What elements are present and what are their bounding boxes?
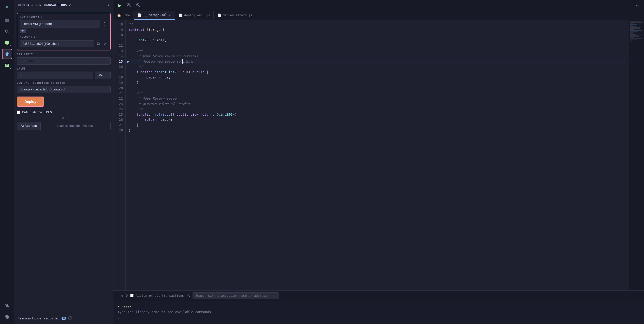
vm-badge: VM — [20, 29, 26, 33]
console-toolbar: ⌄ ⊘ 0 listen on all transactions — [113, 291, 644, 301]
unit-select[interactable]: Wei Gwei Finney Ether — [95, 72, 111, 79]
code-line-16: */ — [129, 64, 626, 70]
code-line-17: function store(uint256 num) public { — [129, 70, 626, 75]
sidebar: ◎ — [0, 0, 14, 324]
code-line-14: * @dev Store value in variable — [129, 54, 626, 59]
transactions-count: 0 — [62, 317, 66, 320]
code-line-11: uint256 number; — [129, 38, 626, 43]
console-area: ⌄ ⊘ 0 listen on all transactions • remix… — [113, 290, 644, 324]
info-icon[interactable]: ⓘ — [68, 316, 72, 320]
line-numbers: 8 9 10 11 12 13 14 15 16 17 18 19 20 21 … — [113, 20, 126, 290]
publish-label: Publish to IPFS — [22, 110, 52, 114]
svg-rect-2 — [5, 21, 9, 22]
console-output: • remix Type the library name to see ava… — [113, 301, 644, 324]
zoom-out-button[interactable] — [134, 2, 141, 9]
load-contract-button[interactable]: Load contract from Address — [41, 122, 111, 130]
console-search-input[interactable] — [193, 292, 279, 299]
zoom-in-button[interactable] — [125, 2, 132, 9]
code-line-15: * @param num value to store — [129, 59, 626, 64]
value-input[interactable] — [17, 72, 93, 79]
tab-home[interactable]: 🏠 Home — [113, 11, 134, 19]
deploy-button[interactable]: Deploy — [17, 97, 44, 107]
svg-line-15 — [139, 6, 140, 7]
value-row-container: VALUE Wei Gwei Finney Ether — [17, 67, 111, 79]
svg-point-3 — [5, 30, 8, 32]
run-button[interactable]: ▶ — [116, 2, 123, 9]
tab-storage[interactable]: 📄 1_Storage.sol ✕ — [134, 11, 175, 20]
code-line-18: number = num; — [129, 75, 626, 80]
code-line-25: function retrieve() public view returns … — [129, 112, 626, 117]
search-icon[interactable] — [2, 26, 12, 37]
code-line-12 — [129, 43, 626, 48]
transactions-expand-icon[interactable]: › — [108, 316, 110, 320]
tab-web3-label: deploy_web3.js — [184, 14, 210, 17]
code-line-22: * @dev Return value — [129, 96, 626, 101]
panel-title-text: DEPLOY & RUN TRANSACTIONS — [18, 3, 67, 7]
publish-checkbox[interactable] — [17, 111, 20, 114]
deploy-icon[interactable] — [2, 49, 12, 59]
environment-select[interactable]: Remix VM (London) — [20, 20, 100, 28]
at-address-button[interactable]: At Address — [17, 122, 41, 130]
left-panel: DEPLOY & RUN TRANSACTIONS ✓ › ENVIRONMEN… — [14, 0, 113, 324]
files-icon[interactable] — [2, 15, 12, 25]
transactions-row[interactable]: Transactions recorded 0 ⓘ › — [14, 312, 113, 324]
copy-account-btn[interactable]: ⧉ — [96, 40, 101, 47]
console-line-help: Type the library name to see available c… — [118, 309, 640, 315]
svg-rect-1 — [7, 19, 9, 21]
contract-select[interactable]: Storage - contracts/1_Storage.sol — [17, 86, 111, 93]
transactions-label: Transactions recorded 0 ⓘ — [18, 316, 72, 320]
expand-button[interactable]: ⇔ — [635, 2, 641, 9]
add-account-icon[interactable]: ⊕ — [34, 35, 36, 38]
external-link-btn[interactable]: ↗ — [102, 40, 108, 47]
or-divider: OR — [17, 116, 111, 120]
panel-title: DEPLOY & RUN TRANSACTIONS ✓ — [18, 3, 71, 7]
editor-area: 8 9 10 11 12 13 14 15 16 17 18 19 20 21 … — [113, 20, 644, 290]
storage-tab-icon: 📄 — [137, 13, 141, 17]
code-line-19: } — [129, 80, 626, 86]
console-expand-icon[interactable]: ⌄ — [116, 294, 119, 298]
environment-box: ENVIRONMENT ▽ Remix VM (London) ⋮ VM ACC… — [17, 13, 111, 50]
account-label: ACCOUNT ⊕ — [20, 35, 108, 38]
tab-home-label: Home — [123, 14, 130, 17]
tab-storage-close[interactable]: ✕ — [168, 13, 171, 17]
search-console-icon[interactable] — [186, 293, 190, 298]
code-line-10 — [129, 33, 626, 38]
web3-tab-icon: 📄 — [179, 14, 183, 17]
toolbar: ▶ ⇔ — [113, 0, 644, 11]
code-line-26: return number; — [129, 117, 626, 123]
console-stop-icon[interactable]: ⊘ — [121, 294, 123, 298]
at-address-row: At Address Load contract from Address — [17, 122, 111, 130]
gas-limit-section: GAS LIMIT VALUE Wei Gwei Finney Ether — [14, 53, 113, 132]
tabs-bar: 🏠 Home 📄 1_Storage.sol ✕ 📄 deploy_web3.j… — [113, 11, 644, 20]
logo-icon[interactable]: ◎ — [2, 2, 12, 12]
code-line-21: /** — [129, 91, 626, 96]
panel-expand-icon[interactable]: › — [108, 3, 110, 7]
tab-deploy-ethers[interactable]: 📄 deploy_ethers.js — [214, 11, 256, 19]
svg-point-17 — [187, 294, 189, 296]
code-line-24: */ — [129, 107, 626, 112]
tab-deploy-web3[interactable]: 📄 deploy_web3.js — [175, 11, 214, 19]
value-input-row: Wei Gwei Finney Ether — [17, 72, 111, 79]
listen-label: listen on all transactions — [136, 294, 184, 298]
contract-row: CONTRACT (Compiled by Remix) Storage - c… — [17, 82, 111, 93]
tools-icon[interactable] — [2, 301, 12, 311]
compile-icon[interactable] — [2, 38, 12, 48]
environment-more-btn[interactable]: ⋮ — [101, 20, 108, 27]
code-line-28: } — [129, 128, 626, 133]
debug-icon[interactable] — [2, 60, 12, 70]
home-tab-icon: 🏠 — [117, 14, 121, 17]
code-editor[interactable]: */ contract Storage { uint256 number; /*… — [126, 20, 629, 290]
settings-icon[interactable] — [2, 312, 12, 322]
value-label: VALUE — [17, 67, 111, 70]
code-line-13: /** — [129, 48, 626, 54]
listen-checkbox[interactable] — [130, 294, 134, 297]
console-line-remix: • remix — [118, 304, 640, 309]
svg-line-18 — [189, 296, 190, 297]
console-prompt[interactable]: > — [118, 316, 640, 321]
ethers-tab-icon: 📄 — [217, 14, 221, 17]
publish-row: Publish to IPFS — [17, 110, 111, 114]
main-area: ▶ ⇔ 🏠 Home 📄 1_Storage.sol ✕ 📄 deploy_we… — [113, 0, 644, 324]
account-select[interactable]: 0x5B3...eddC4 (100 ether) — [20, 40, 94, 47]
contract-label: CONTRACT (Compiled by Remix) — [17, 82, 111, 84]
gas-limit-input[interactable] — [17, 57, 111, 65]
